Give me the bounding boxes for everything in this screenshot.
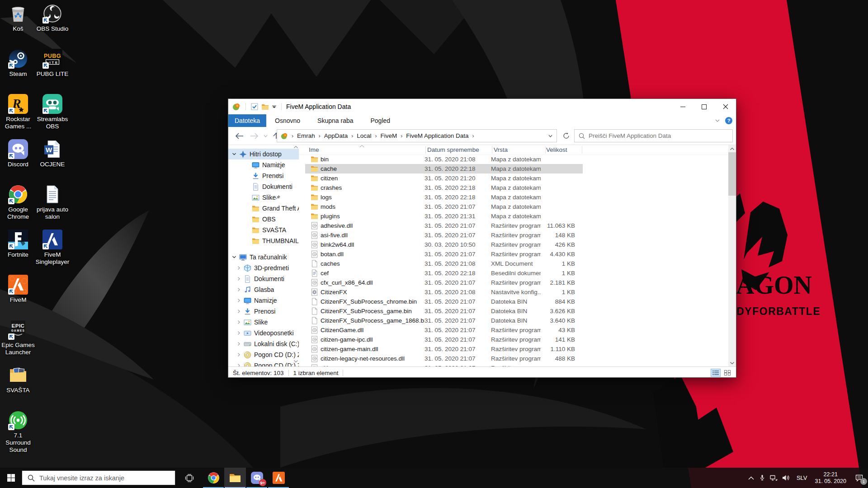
file-row-citizen-[interactable]: citizen-…31. 05. 2020 21:07Razširitev pr…	[299, 363, 736, 366]
sidebar-item-namizje[interactable]: Namizje	[228, 160, 299, 170]
menu-pogled[interactable]: Pogled	[362, 114, 399, 127]
sidebar-item-namizje[interactable]: Namizje	[228, 295, 299, 306]
file-row-cef[interactable]: cef31. 05. 2020 22:18Besedilni dokument1…	[299, 268, 736, 278]
menu-datoteka[interactable]: Datoteka	[228, 114, 266, 127]
file-row-adhesive-dll[interactable]: adhesive.dll31. 05. 2020 21:07Razširitev…	[299, 221, 736, 230]
file-row-citizen-legacy-net-resources-dll[interactable]: citizen-legacy-net-resources.dll31. 05. …	[299, 354, 736, 363]
desktop-icon-steam[interactable]: Steam	[1, 49, 35, 78]
chevron-right-icon[interactable]	[236, 320, 241, 324]
explorer-search-box[interactable]: Preišči FiveM Application Data	[574, 129, 733, 142]
sidebar-item-dokumenti[interactable]: Dokumenti	[228, 273, 299, 284]
desktop-icon-fivem[interactable]: FiveM	[1, 275, 35, 304]
chevron-right-icon[interactable]	[236, 298, 241, 303]
chevron-right-icon[interactable]	[236, 309, 241, 314]
chevron-right-icon[interactable]	[236, 363, 241, 366]
volume-icon[interactable]	[780, 468, 793, 488]
file-row-citizenfx-subprocess-game-1868-bin[interactable]: CitizenFX_SubProcess_game_1868.bin31. 05…	[299, 316, 736, 325]
thumbnails-view-button[interactable]	[722, 369, 732, 377]
microphone-icon[interactable]	[757, 468, 768, 488]
sidebar-item-glasba[interactable]: Glasba	[228, 284, 299, 295]
sidebar-item-3d-predmeti[interactable]: 3D-predmeti	[228, 263, 299, 273]
sidebar-item-obs[interactable]: OBS	[228, 214, 299, 225]
desktop-icon-fivem-singleplayer[interactable]: FiveM Singleplayer	[35, 230, 70, 266]
menu-skupna-raba[interactable]: Skupna raba	[309, 114, 362, 127]
sidebar-item-pogon-cd-d-z[interactable]: Pogon CD (D:) Z	[228, 349, 299, 360]
taskbar-explorer-button[interactable]	[224, 468, 246, 488]
sidebar-item-thumbnailovi[interactable]: THUMBNAILOVI	[228, 235, 299, 246]
nav-scroll-up-icon[interactable]	[293, 146, 298, 150]
file-row-citizen-game-ipc-dll[interactable]: citizen-game-ipc.dll31. 05. 2020 21:07Ra…	[299, 335, 736, 344]
file-row-citizenfx[interactable]: CitizenFX31. 05. 2020 21:08Nastavitve ko…	[299, 287, 736, 297]
file-row-citizengame-dll[interactable]: CitizenGame.dll31. 05. 2020 21:07Razširi…	[299, 325, 736, 335]
breadcrumb-emrah[interactable]: Emrah	[297, 132, 315, 139]
taskbar-discord-button[interactable]: 9+	[246, 468, 268, 488]
desktop-icon-fortnite[interactable]: Fortnite	[1, 230, 35, 258]
chevron-down-icon[interactable]	[232, 255, 236, 259]
scroll-up-icon[interactable]	[728, 145, 736, 152]
desktop-icon-epic-games-launcher[interactable]: EPICGAMESEpic Games Launcher	[1, 320, 35, 356]
details-view-button[interactable]	[711, 369, 721, 377]
language-indicator[interactable]: SLV	[793, 468, 811, 488]
tray-chevron-up-icon[interactable]	[746, 468, 757, 488]
column-header-datum-spremembe[interactable]: Datum spremembe	[427, 145, 492, 155]
recent-locations-icon[interactable]	[261, 135, 270, 137]
ribbon-expand-icon[interactable]	[715, 119, 720, 122]
chevron-down-icon[interactable]	[232, 152, 236, 156]
file-row-citizen[interactable]: citizen31. 05. 2020 21:20Mapa z datoteka…	[299, 174, 736, 183]
sidebar-item-prenosi[interactable]: Prenosi	[228, 170, 299, 181]
file-row-cfx-curl-x86-64-dll[interactable]: cfx_curl_x86_64.dll31. 05. 2020 21:07Raz…	[299, 278, 736, 287]
desktop-icon-7-1-surround-sound[interactable]: 7.1 Surround Sound	[1, 410, 35, 454]
file-row-bin[interactable]: bin31. 05. 2020 21:08Mapa z datotekami	[299, 155, 736, 164]
sidebar-group-this-pc[interactable]: Ta računalnik	[228, 252, 299, 263]
sort-ascending-icon[interactable]	[359, 145, 364, 147]
minimize-button[interactable]	[672, 99, 693, 114]
notification-center-button[interactable]: 1	[850, 468, 868, 488]
close-button[interactable]	[715, 99, 736, 114]
scroll-down-icon[interactable]	[728, 359, 736, 366]
breadcrumb-fivem[interactable]: FiveM	[381, 132, 397, 139]
taskbar-fivem-button[interactable]	[268, 468, 289, 488]
chevron-right-icon[interactable]	[236, 277, 241, 281]
chevron-right-icon[interactable]	[236, 287, 241, 292]
menu-osnovno[interactable]: Osnovno	[266, 114, 309, 127]
column-header-velikost[interactable]: Velikost	[546, 145, 581, 155]
sidebar-item-slike[interactable]: Slike	[228, 192, 299, 203]
nav-scroll-down-icon[interactable]	[293, 360, 298, 365]
back-button[interactable]	[231, 133, 247, 139]
qat-dropdown-icon[interactable]	[272, 105, 276, 108]
qat-check-icon[interactable]	[251, 103, 258, 110]
file-row-plugins[interactable]: plugins31. 05. 2020 21:31Mapa z datoteka…	[299, 211, 736, 221]
sidebar-item-slike[interactable]: Slike	[228, 317, 299, 328]
desktop-icon-rockstar-games-[interactable]: RRockstar Games ...	[1, 94, 35, 130]
taskbar-search-box[interactable]: Tukaj vnesite izraz za iskanje	[22, 470, 175, 485]
desktop-icon-sva-ta[interactable]: SVAŠTA	[1, 365, 35, 394]
network-icon[interactable]	[768, 468, 780, 488]
desktop-icon-pubg-lite[interactable]: PUBGLITEPUBG LITE	[35, 49, 70, 78]
desktop-icon-obs-studio[interactable]: OBS Studio	[35, 4, 70, 33]
breadcrumb-fivem-app-data[interactable]: FiveM Application Data	[406, 132, 468, 139]
file-row-crashes[interactable]: crashes31. 05. 2020 22:18Mapa z datoteka…	[299, 183, 736, 192]
taskbar-clock[interactable]: 22:21 31. 05. 2020	[811, 471, 850, 485]
file-row-cache[interactable]: cache31. 05. 2020 22:18Mapa z datotekami	[299, 164, 736, 174]
sidebar-item-prenosi[interactable]: Prenosi	[228, 306, 299, 317]
file-row-logs[interactable]: logs31. 05. 2020 22:18Mapa z datotekami	[299, 192, 736, 202]
file-row-caches[interactable]: caches31. 05. 2020 21:08XML Document1 KB	[299, 259, 736, 268]
desktop-icon-ko-[interactable]: Koš	[1, 4, 35, 33]
address-dropdown-icon[interactable]	[548, 135, 557, 137]
help-icon[interactable]: ?	[725, 117, 732, 124]
file-row-botan-dll[interactable]: botan.dll31. 05. 2020 21:07Razširitev pr…	[299, 249, 736, 259]
taskbar-chrome-button[interactable]	[203, 468, 224, 488]
task-view-button[interactable]	[179, 468, 200, 488]
file-row-asi-five-dll[interactable]: asi-five.dll31. 05. 2020 21:07Razširitev…	[299, 230, 736, 240]
sidebar-item-sva-ta[interactable]: SVAŠTA	[228, 225, 299, 235]
desktop-icon-prijava-auto-salon[interactable]: prijava auto salon	[35, 184, 70, 221]
maximize-button[interactable]	[693, 99, 715, 114]
chevron-right-icon[interactable]	[236, 331, 241, 335]
titlebar[interactable]: FiveM Application Data	[228, 99, 736, 114]
desktop-icon-google-chrome[interactable]: Google Chrome	[1, 184, 35, 221]
file-row-mods[interactable]: mods31. 05. 2020 21:07Mapa z datotekami	[299, 202, 736, 211]
chevron-right-icon[interactable]	[236, 342, 241, 346]
sidebar-item-pogon-cd-d-zti[interactable]: Pogon CD (D:) ZTI	[228, 360, 299, 366]
file-row-citizenfx-subprocess-game-bin[interactable]: CitizenFX_SubProcess_game.bin31. 05. 202…	[299, 306, 736, 316]
desktop-icon-streamlabs-obs[interactable]: Streamlabs OBS	[35, 94, 70, 130]
